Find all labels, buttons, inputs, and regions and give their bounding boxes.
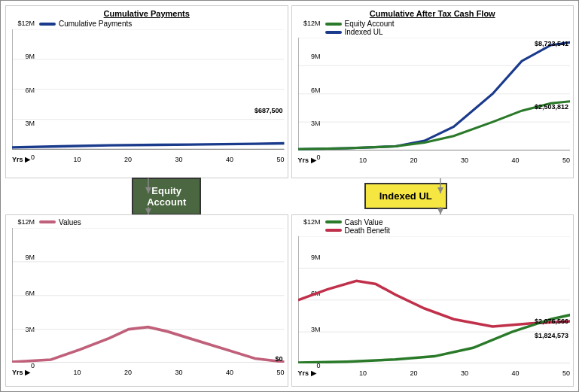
legend-color-equity xyxy=(325,23,342,26)
top-right-title: Cumulative After Tax Cash Flow xyxy=(295,9,571,18)
bottom-row: $12M 9M 6M 3M 0 Values xyxy=(5,214,574,387)
bottom-right-panel: $12M 9M 6M 3M 0 Cash Value xyxy=(291,214,574,387)
legend-label-values: Values xyxy=(59,218,81,226)
top-right-xaxis: Yrs ▶ 10 20 30 40 50 xyxy=(298,156,571,164)
bottom-left-chart xyxy=(12,228,285,363)
top-row: Cumulative Payments $12M 9M 6M 3M 0 Cumu… xyxy=(5,5,574,178)
legend-color-cumulative xyxy=(39,23,56,26)
legend-color-cash-value xyxy=(325,220,342,223)
connector-row: EquityAccount Indexed UL xyxy=(5,178,574,214)
top-right-panel: Cumulative After Tax Cash Flow $12M 9M 6… xyxy=(291,5,574,178)
bottom-right-end-value2: $1,824,573 xyxy=(535,332,568,339)
bottom-right-legend: Cash Value Death Benefit xyxy=(325,218,571,235)
legend-label-cash-value: Cash Value xyxy=(345,218,383,226)
top-right-legend: Equity Account Indexed UL xyxy=(325,20,571,36)
top-left-xaxis: Yrs ▶ 10 20 30 40 50 xyxy=(12,154,285,163)
main-container: Cumulative Payments $12M 9M 6M 3M 0 Cumu… xyxy=(0,0,579,392)
bottom-left-xaxis: Yrs ▶ 10 20 30 40 50 xyxy=(12,369,285,376)
top-left-end-value: $687,500 xyxy=(254,107,283,114)
equity-account-box: EquityAccount xyxy=(132,178,201,215)
top-left-legend: Cumulative Payments xyxy=(39,20,285,28)
top-right-end-value1: $8,723,541 xyxy=(535,40,568,47)
legend-color-indexed xyxy=(325,31,342,34)
top-right-end-value2: $2,503,812 xyxy=(535,103,568,111)
top-left-panel: Cumulative Payments $12M 9M 6M 3M 0 Cumu… xyxy=(5,5,288,178)
bottom-left-panel: $12M 9M 6M 3M 0 Values xyxy=(5,214,288,387)
bottom-right-xaxis: Yrs ▶ 10 20 30 40 50 xyxy=(298,369,571,377)
bottom-left-legend: Values xyxy=(39,218,285,226)
top-left-chart xyxy=(12,29,285,150)
legend-color-death-benefit xyxy=(325,229,342,232)
bottom-right-chart xyxy=(298,236,571,364)
bottom-right-end-value1: $2,076,566 xyxy=(535,318,568,325)
legend-label-death-benefit: Death Benefit xyxy=(345,226,391,235)
top-right-chart xyxy=(298,38,571,150)
legend-label-cumulative: Cumulative Payments xyxy=(59,20,132,28)
indexed-ul-box: Indexed UL xyxy=(364,183,447,209)
legend-label-equity: Equity Account xyxy=(345,20,395,28)
legend-color-values xyxy=(39,220,56,223)
top-left-title: Cumulative Payments xyxy=(9,9,285,18)
legend-label-indexed: Indexed UL xyxy=(345,28,383,36)
bottom-left-end-value: $0 xyxy=(275,355,282,363)
